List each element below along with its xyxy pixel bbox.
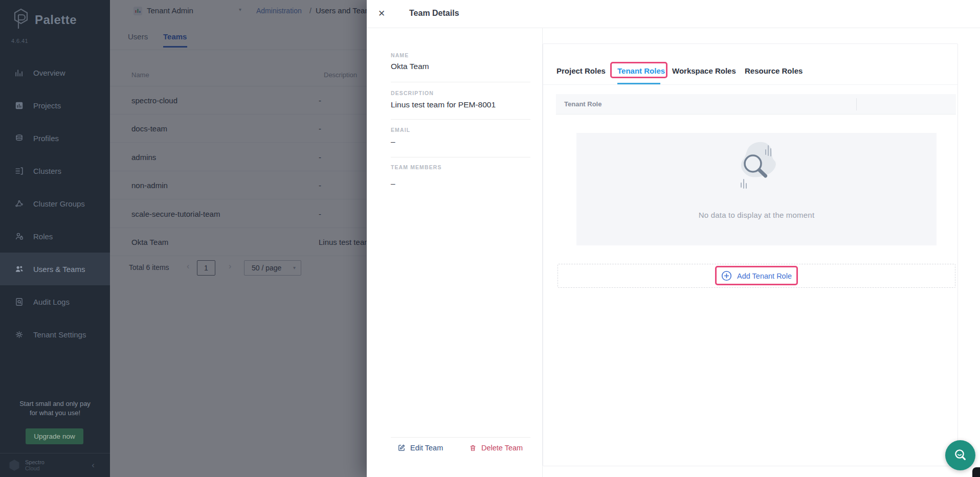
overview-icon (14, 68, 24, 78)
field-value-email: – (391, 137, 395, 146)
field-label-team-members: TEAM MEMBERS (391, 164, 442, 170)
column-divider (856, 98, 857, 110)
footer-brand-top: Spectro (25, 459, 44, 465)
team-details-drawer: ✕ Team Details NAME Okta Team DESCRIPTIO… (367, 0, 980, 477)
tenant-role-header-row: Tenant Role (556, 94, 956, 115)
delete-team-button[interactable]: Delete Team (469, 444, 523, 452)
spectro-cloud-label: Spectro Cloud (25, 459, 44, 471)
spectro-cloud-logo-icon (8, 459, 21, 472)
sidebar-item-label: Audit Logs (33, 298, 70, 306)
tab-tenant-roles[interactable]: Tenant Roles (617, 66, 665, 75)
upgrade-promo: Start small and only pay for what you us… (0, 399, 110, 418)
users-teams-icon (14, 264, 24, 274)
footer-brand-bottom: Cloud (25, 465, 44, 471)
field-divider (391, 82, 530, 82)
help-search-button[interactable] (945, 440, 975, 470)
footer-divider (391, 437, 530, 438)
edit-team-button[interactable]: Edit Team (397, 444, 443, 452)
field-divider (391, 157, 530, 157)
sidebar-item-audit-logs[interactable]: Audit Logs (0, 285, 110, 318)
sidebar-item-overview[interactable]: Overview (0, 56, 110, 89)
audit-logs-icon (14, 297, 24, 307)
delete-team-label: Delete Team (481, 444, 523, 452)
sidebar-item-label: Cluster Groups (33, 199, 85, 208)
add-tenant-role-button[interactable]: Add Tenant Role (558, 264, 955, 288)
empty-state: No data to display at the moment (576, 133, 937, 245)
tab-project-roles[interactable]: Project Roles (556, 66, 606, 75)
add-tenant-role-label: Add Tenant Role (737, 272, 792, 280)
sidebar-item-cluster-groups[interactable]: Cluster Groups (0, 187, 110, 220)
edit-team-label: Edit Team (410, 444, 443, 452)
collapse-sidebar-icon[interactable]: ‹ (92, 460, 95, 470)
sidebar-item-projects[interactable]: Projects (0, 89, 110, 122)
sidebar-item-tenant-settings[interactable]: Tenant Settings (0, 318, 110, 351)
gear-icon (14, 330, 24, 339)
promo-line2: for what you use! (0, 408, 110, 418)
sidebar-item-label: Clusters (33, 167, 61, 175)
tab-resource-roles[interactable]: Resource Roles (745, 66, 803, 75)
brand-name: Palette (35, 13, 77, 27)
upgrade-now-button[interactable]: Upgrade now (26, 428, 83, 444)
magnifier-smile-icon (952, 447, 969, 464)
field-value-description: Linus test team for PEM-8001 (391, 100, 496, 109)
plus-circle-icon (721, 270, 732, 281)
edit-icon (397, 444, 406, 452)
field-value-name: Okta Team (391, 62, 429, 71)
projects-icon (14, 101, 24, 110)
close-icon[interactable]: ✕ (378, 8, 385, 19)
sidebar-footer: Spectro Cloud ‹ (0, 453, 110, 477)
sidebar: Palette 4.6.41 Overview Projects Profile… (0, 0, 110, 477)
brand: Palette (13, 8, 77, 32)
sidebar-nav: Overview Projects Profiles Clusters Clus… (0, 56, 110, 351)
sidebar-item-label: Overview (33, 69, 65, 77)
palette-app: Palette 4.6.41 Overview Projects Profile… (0, 0, 980, 477)
corner-widget (972, 467, 980, 477)
sidebar-item-profiles[interactable]: Profiles (0, 122, 110, 154)
column-header-tenant-role: Tenant Role (564, 100, 602, 108)
roles-panel: Project Roles Tenant Roles Workspace Rol… (543, 43, 958, 466)
trash-icon (469, 444, 477, 452)
clusters-icon (14, 166, 24, 176)
drawer-header: ✕ Team Details (367, 0, 980, 28)
drawer-title: Team Details (409, 9, 459, 18)
palette-logo-icon (13, 8, 29, 32)
field-label-description: DESCRIPTION (391, 90, 434, 96)
field-label-email: EMAIL (391, 127, 410, 133)
main-content: Tenant Admin ▾ Administration / Users an… (110, 0, 367, 477)
sidebar-item-clusters[interactable]: Clusters (0, 154, 110, 187)
promo-line1: Start small and only pay (0, 399, 110, 408)
field-label-name: NAME (391, 52, 409, 58)
sidebar-item-users-teams[interactable]: Users & Teams (0, 253, 110, 285)
field-divider (391, 119, 530, 120)
sidebar-item-roles[interactable]: Roles (0, 220, 110, 253)
sidebar-item-label: Users & Teams (33, 265, 85, 274)
tab-workspace-roles[interactable]: Workspace Roles (672, 66, 736, 75)
version-label: 4.6.41 (11, 38, 28, 44)
no-data-illustration (721, 141, 792, 197)
sidebar-item-label: Tenant Settings (33, 330, 86, 339)
sidebar-item-label: Projects (33, 101, 61, 110)
cluster-groups-icon (14, 199, 24, 209)
roles-icon (14, 232, 24, 241)
role-tabs-divider (543, 84, 957, 85)
field-value-team-members: – (391, 179, 395, 188)
sidebar-item-label: Roles (33, 232, 53, 241)
sidebar-item-label: Profiles (33, 134, 59, 143)
no-data-message: No data to display at the moment (576, 211, 937, 219)
drawer-mask (110, 0, 367, 477)
profiles-icon (14, 133, 24, 143)
